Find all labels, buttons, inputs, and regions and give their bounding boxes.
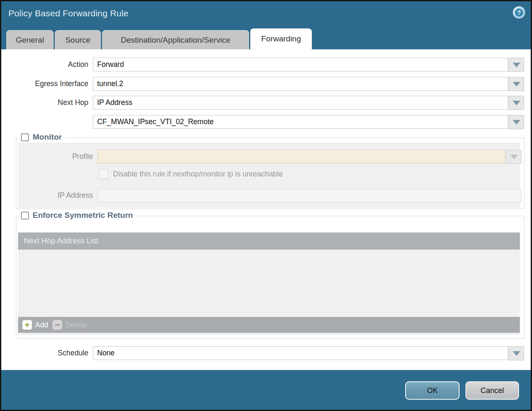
tab-forwarding[interactable]: Forwarding [250, 28, 312, 49]
next-hop-type-select[interactable]: IP Address [93, 96, 508, 110]
policy-based-forwarding-rule-dialog: Policy Based Forwarding Rule ? General S… [0, 0, 532, 411]
profile-dropdown-button [506, 150, 522, 164]
help-icon[interactable]: ? [513, 6, 525, 19]
next-hop-address-list-table: Next Hop Address List + Add − Delete [18, 232, 520, 335]
chevron-down-icon [510, 155, 518, 159]
chevron-down-icon [513, 120, 520, 125]
tab-source-label: Source [65, 36, 90, 45]
tab-forwarding-label: Forwarding [261, 34, 301, 43]
egress-interface-dropdown-button[interactable] [509, 77, 524, 91]
minus-icon: − [52, 320, 62, 330]
profile-select [98, 150, 506, 163]
disable-rule-checkbox [99, 169, 108, 179]
tab-source[interactable]: Source [55, 30, 101, 49]
help-icon-glyph: ? [515, 8, 523, 17]
add-button[interactable]: + Add [22, 320, 48, 330]
chevron-down-icon [513, 82, 520, 87]
egress-interface-label: Egress Interface [1, 77, 88, 91]
action-label: Action [1, 58, 88, 71]
monitor-ip-address-input [98, 189, 522, 202]
next-hop-type-dropdown-button[interactable] [509, 96, 524, 110]
monitor-legend-label: Monitor [33, 133, 62, 142]
chevron-down-icon [513, 351, 520, 356]
monitor-ip-address-label: IP Address [18, 189, 93, 202]
next-hop-address-list-header: Next Hop Address List [18, 232, 520, 250]
action-dropdown-button[interactable] [509, 58, 524, 72]
next-hop-address-list-header-label: Next Hop Address List [24, 237, 98, 245]
monitor-checkbox[interactable] [21, 133, 29, 141]
schedule-dropdown-button[interactable] [509, 346, 524, 360]
forwarding-tab-panel: Action Forward Egress Interface tunnel.2… [1, 49, 531, 370]
chevron-down-icon [513, 63, 520, 67]
next-hop-label: Next Hop [1, 96, 88, 110]
enforce-legend-label: Enforce Symmetric Return [33, 211, 133, 220]
next-hop-address-dropdown-button[interactable] [509, 115, 524, 129]
action-select[interactable]: Forward [93, 58, 508, 71]
tab-general[interactable]: General [6, 30, 54, 49]
next-hop-address-list-body[interactable] [18, 250, 520, 317]
disable-rule-label: Disable this rule if nexthop/monitor ip … [113, 170, 283, 179]
next-hop-address-select[interactable]: CF_MWAN_IPsec_VTI_02_Remote [93, 115, 508, 129]
monitor-legend: Monitor [17, 133, 66, 142]
enforce-symmetric-return-group: Enforce Symmetric Return Next Hop Addres… [16, 216, 524, 339]
egress-interface-select[interactable]: tunnel.2 [93, 77, 508, 91]
cancel-button[interactable]: Cancel [465, 381, 519, 400]
ok-button[interactable]: OK [405, 381, 460, 400]
tab-destination-application-service[interactable]: Destination/Application/Service [102, 30, 249, 49]
profile-label: Profile [18, 150, 93, 163]
chevron-down-icon [513, 101, 520, 105]
schedule-label: Schedule [1, 346, 88, 360]
dialog-title: Policy Based Forwarding Rule [8, 8, 129, 18]
enforce-symmetric-return-checkbox[interactable] [21, 212, 29, 220]
next-hop-address-list-toolbar: + Add − Delete [18, 317, 520, 333]
add-button-label: Add [35, 321, 48, 329]
tab-dest-label: Destination/Application/Service [121, 36, 231, 45]
monitor-group: Monitor Profile Disable this rule if nex… [16, 138, 524, 209]
plus-icon: + [22, 320, 32, 330]
delete-button-label: Delete [65, 321, 87, 329]
schedule-select[interactable]: None [93, 346, 508, 360]
delete-button: − Delete [52, 320, 87, 330]
monitor-panel: Profile Disable this rule if nexthop/mon… [18, 143, 520, 208]
enforce-legend: Enforce Symmetric Return [17, 211, 137, 220]
tab-general-label: General [16, 36, 44, 45]
